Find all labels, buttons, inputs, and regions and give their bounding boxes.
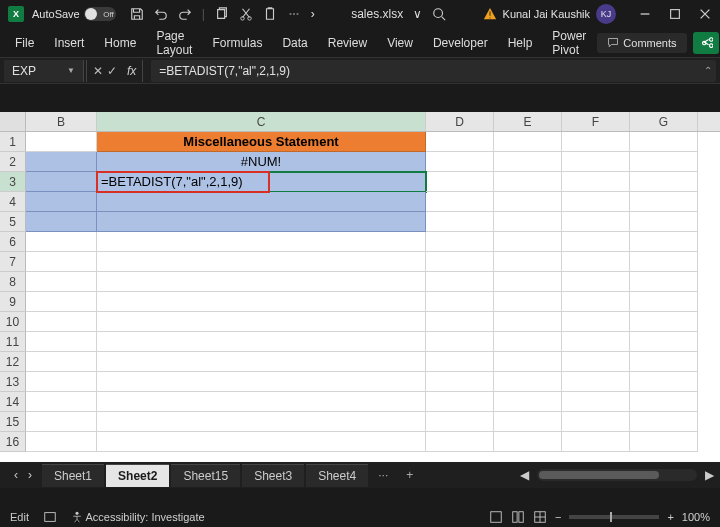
cell[interactable] <box>562 352 630 372</box>
sheet-tab[interactable]: Sheet1 <box>42 464 104 487</box>
row-header[interactable]: 8 <box>0 272 26 292</box>
cell[interactable] <box>494 252 562 272</box>
cell[interactable] <box>562 232 630 252</box>
cell[interactable] <box>494 232 562 252</box>
page-layout-view-icon[interactable] <box>511 510 525 524</box>
cell[interactable] <box>97 212 426 232</box>
cell[interactable] <box>26 252 97 272</box>
autosave-toggle[interactable]: AutoSave Off <box>32 7 116 21</box>
cell[interactable] <box>630 372 698 392</box>
next-sheet-icon[interactable]: › <box>28 468 32 482</box>
cell[interactable] <box>562 292 630 312</box>
cell[interactable] <box>494 432 562 452</box>
sheet-tab[interactable]: Sheet3 <box>242 464 304 487</box>
redo-icon[interactable] <box>178 7 192 21</box>
prev-sheet-icon[interactable]: ‹ <box>14 468 18 482</box>
toggle-off-icon[interactable]: Off <box>84 7 116 21</box>
cell[interactable] <box>426 212 494 232</box>
minimize-icon[interactable] <box>638 7 652 21</box>
active-cell[interactable]: =BETADIST(7,"al",2,1,9) <box>97 172 426 192</box>
stats-icon[interactable] <box>43 510 57 524</box>
tab-view[interactable]: View <box>378 30 422 56</box>
cell[interactable] <box>630 392 698 412</box>
cell[interactable] <box>630 232 698 252</box>
sheet-tab-active[interactable]: Sheet2 <box>106 464 169 487</box>
cell[interactable] <box>494 352 562 372</box>
cell[interactable] <box>426 292 494 312</box>
cell[interactable] <box>494 312 562 332</box>
cell[interactable] <box>26 152 97 172</box>
cell[interactable] <box>630 152 698 172</box>
col-header-G[interactable]: G <box>630 112 698 131</box>
cell-error[interactable]: #NUM! <box>97 152 426 172</box>
col-header-B[interactable]: B <box>26 112 97 131</box>
copy-icon[interactable] <box>215 7 229 21</box>
cell[interactable] <box>26 392 97 412</box>
row-header[interactable]: 9 <box>0 292 26 312</box>
page-break-view-icon[interactable] <box>533 510 547 524</box>
cell[interactable] <box>630 172 698 192</box>
user-area[interactable]: Kunal Jai Kaushik KJ <box>483 4 616 24</box>
tab-review[interactable]: Review <box>319 30 376 56</box>
cell[interactable] <box>97 272 426 292</box>
cell[interactable] <box>630 252 698 272</box>
cell[interactable] <box>426 152 494 172</box>
expand-formula-icon[interactable]: ⌃ <box>704 65 712 76</box>
cell[interactable] <box>97 252 426 272</box>
zoom-slider[interactable] <box>569 515 659 519</box>
cell[interactable] <box>97 312 426 332</box>
zoom-in-button[interactable]: + <box>667 511 673 523</box>
row-header[interactable]: 16 <box>0 432 26 452</box>
row-header[interactable]: 6 <box>0 232 26 252</box>
cell[interactable] <box>562 192 630 212</box>
cell[interactable] <box>630 272 698 292</box>
maximize-icon[interactable] <box>668 7 682 21</box>
cell[interactable] <box>562 252 630 272</box>
cell[interactable] <box>97 432 426 452</box>
cell[interactable] <box>426 172 494 192</box>
cell[interactable] <box>426 432 494 452</box>
tab-formulas[interactable]: Formulas <box>203 30 271 56</box>
cell[interactable] <box>630 132 698 152</box>
col-header-E[interactable]: E <box>494 112 562 131</box>
row-header[interactable]: 5 <box>0 212 26 232</box>
search-icon[interactable] <box>432 7 446 21</box>
cell[interactable] <box>562 412 630 432</box>
cell[interactable] <box>26 312 97 332</box>
cell[interactable] <box>562 132 630 152</box>
sheet-tabs-more[interactable]: ··· <box>370 464 396 486</box>
cell[interactable] <box>97 352 426 372</box>
cell[interactable] <box>26 232 97 252</box>
cell[interactable] <box>97 392 426 412</box>
row-header[interactable]: 15 <box>0 412 26 432</box>
name-box[interactable]: EXP ▼ <box>4 60 84 82</box>
cell[interactable] <box>562 372 630 392</box>
cell[interactable] <box>630 212 698 232</box>
cut-icon[interactable] <box>239 7 253 21</box>
cell[interactable] <box>562 432 630 452</box>
cell[interactable] <box>26 292 97 312</box>
cell[interactable] <box>26 172 97 192</box>
user-avatar[interactable]: KJ <box>596 4 616 24</box>
row-header[interactable]: 7 <box>0 252 26 272</box>
cancel-icon[interactable]: ✕ <box>93 64 103 78</box>
grid[interactable]: B C D E F G 1 Miscellaneous Statement 2 … <box>0 112 720 462</box>
cell[interactable] <box>426 232 494 252</box>
cell[interactable] <box>494 172 562 192</box>
cell[interactable] <box>426 272 494 292</box>
normal-view-icon[interactable] <box>489 510 503 524</box>
zoom-value[interactable]: 100% <box>682 511 710 523</box>
cell[interactable] <box>426 372 494 392</box>
sheet-tab[interactable]: Sheet4 <box>306 464 368 487</box>
row-header[interactable]: 10 <box>0 312 26 332</box>
row-header[interactable]: 1 <box>0 132 26 152</box>
row-header[interactable]: 12 <box>0 352 26 372</box>
cell[interactable] <box>630 192 698 212</box>
cell[interactable] <box>97 372 426 392</box>
row-header[interactable]: 4 <box>0 192 26 212</box>
cell[interactable] <box>97 232 426 252</box>
cell[interactable] <box>426 132 494 152</box>
cell[interactable] <box>26 432 97 452</box>
cell[interactable] <box>97 412 426 432</box>
share-button[interactable] <box>693 32 719 54</box>
